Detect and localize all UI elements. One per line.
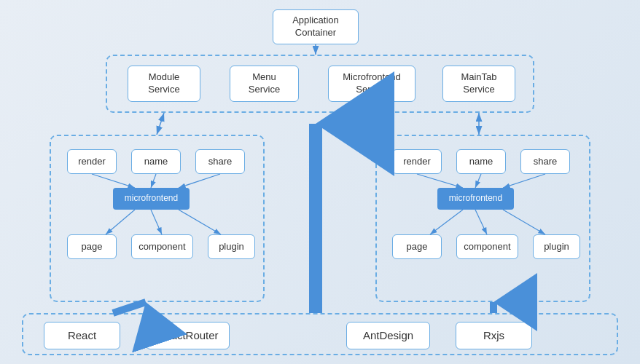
left-share-label: share xyxy=(208,156,233,168)
left-component-label: component xyxy=(138,241,185,253)
svg-line-4 xyxy=(157,113,164,135)
right-page-label: page xyxy=(407,241,428,253)
menu-service-box: MenuService xyxy=(230,66,299,102)
right-render-box: render xyxy=(392,149,442,174)
left-share-box: share xyxy=(195,149,245,174)
menu-service-label: MenuService xyxy=(249,71,280,96)
microfrontend-service-label: MicrofrontendService xyxy=(343,71,400,96)
maintab-service-label: MainTabService xyxy=(461,71,496,96)
svg-line-19 xyxy=(113,302,146,313)
left-microfrontend-box: microfrontend xyxy=(113,188,190,210)
left-page-label: page xyxy=(82,241,103,253)
left-name-label: name xyxy=(144,156,168,168)
ant-design-label: AntDesign xyxy=(363,328,413,343)
module-service-box: ModuleService xyxy=(128,66,200,102)
react-router-label: ReactRouter xyxy=(157,328,218,343)
right-component-box: component xyxy=(456,234,518,259)
ant-design-box: AntDesign xyxy=(346,322,430,349)
app-container-box: ApplicationContainer xyxy=(273,9,359,44)
left-render-label: render xyxy=(78,156,106,168)
right-render-label: render xyxy=(403,156,431,168)
left-plugin-box: plugin xyxy=(208,234,255,259)
right-name-label: name xyxy=(469,156,493,168)
right-microfrontend-label: microfrontend xyxy=(449,193,502,205)
left-name-box: name xyxy=(131,149,181,174)
left-component-box: component xyxy=(131,234,193,259)
right-component-label: component xyxy=(464,241,510,253)
right-microfrontend-box: microfrontend xyxy=(437,188,514,210)
left-microfrontend-label: microfrontend xyxy=(125,193,178,205)
module-service-label: ModuleService xyxy=(148,71,179,96)
microfrontend-service-box: MicrofrontendService xyxy=(328,66,415,102)
react-label: React xyxy=(68,328,96,343)
right-name-box: name xyxy=(456,149,506,174)
left-page-box: page xyxy=(67,234,117,259)
rxjs-box: Rxjs xyxy=(456,322,532,349)
rxjs-label: Rxjs xyxy=(483,328,504,343)
app-container-label: ApplicationContainer xyxy=(292,15,339,39)
right-plugin-box: plugin xyxy=(533,234,580,259)
right-share-box: share xyxy=(520,149,570,174)
left-render-box: render xyxy=(67,149,117,174)
left-plugin-label: plugin xyxy=(219,241,244,253)
react-box: React xyxy=(44,322,120,349)
right-page-box: page xyxy=(392,234,442,259)
react-router-box: ReactRouter xyxy=(146,322,230,349)
maintab-service-box: MainTabService xyxy=(442,66,515,102)
right-plugin-label: plugin xyxy=(544,241,569,253)
right-share-label: share xyxy=(534,156,558,168)
architecture-diagram: ApplicationContainer ModuleService MenuS… xyxy=(0,0,640,364)
